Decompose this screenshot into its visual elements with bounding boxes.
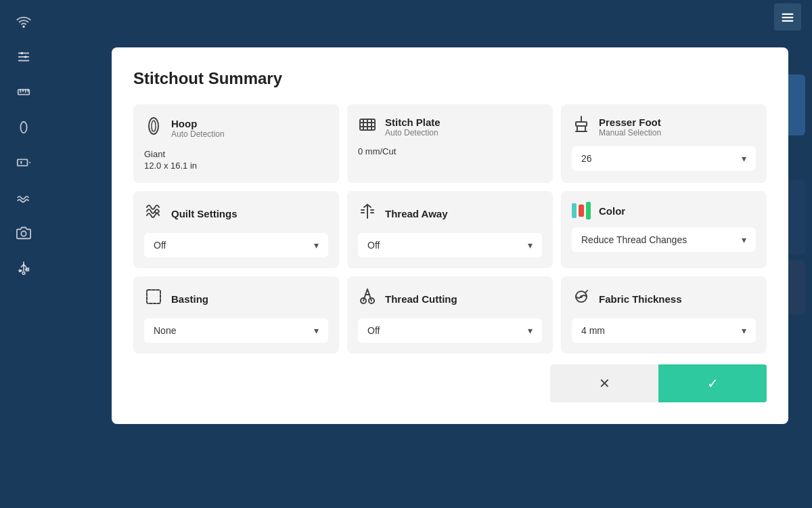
- hoop-title-area: Hoop Auto Detection: [171, 118, 225, 139]
- quilt-settings-title-area: Quilt Settings: [171, 208, 238, 219]
- svg-point-47: [580, 295, 583, 298]
- summary-grid-middle: Quilt Settings Off ▾: [133, 191, 767, 268]
- fabric-thickness-header: Fabric Thickness: [572, 287, 756, 310]
- presser-foot-title: Presser Foot: [599, 117, 661, 128]
- fabric-thickness-card: Fabric Thickness 4 mm ▾: [561, 276, 767, 354]
- fabric-thickness-title: Fabric Thickness: [599, 293, 682, 305]
- quilt-settings-value: Off: [154, 240, 166, 251]
- modal-footer: ✕ ✓: [133, 364, 767, 402]
- thread-cutting-arrow: ▾: [528, 325, 533, 336]
- sidebar-icon-straighten[interactable]: [9, 77, 39, 107]
- basting-header: Basting: [144, 287, 328, 310]
- thread-cutting-icon: [358, 287, 377, 310]
- svg-point-0: [23, 26, 24, 27]
- hamburger-menu[interactable]: [774, 3, 801, 30]
- quilt-settings-dropdown[interactable]: Off ▾: [144, 233, 328, 257]
- basting-title-area: Basting: [171, 293, 208, 305]
- cancel-icon: ✕: [599, 375, 610, 391]
- color-value: Reduce Thread Changes: [581, 234, 687, 245]
- stitch-plate-card: Stitch Plate Auto Detection 0 mm/Cut: [347, 104, 553, 183]
- thread-away-dropdown[interactable]: Off ▾: [358, 233, 542, 257]
- quilt-settings-arrow: ▾: [314, 240, 319, 251]
- modal-overlay: Stitchout Summary: [47, 34, 812, 508]
- basting-card: Basting None ▾: [133, 276, 339, 354]
- quilt-settings-title: Quilt Settings: [171, 208, 238, 219]
- hoop-detail2: 12.0 x 16.1 in: [144, 161, 328, 171]
- thread-away-title-area: Thread Away: [385, 208, 448, 219]
- hoop-icon: [144, 115, 163, 141]
- thread-cutting-title-area: Thread Cutting: [385, 293, 457, 305]
- sidebar-icon-usb[interactable]: [9, 253, 39, 283]
- presser-foot-dropdown[interactable]: 26 ▾: [572, 146, 756, 171]
- hoop-subtitle: Auto Detection: [171, 129, 225, 139]
- color-dropdown[interactable]: Reduce Thread Changes ▾: [572, 228, 756, 252]
- svg-rect-12: [18, 159, 28, 165]
- quilt-settings-card: Quilt Settings Off ▾: [133, 191, 339, 268]
- stitch-plate-icon: [358, 115, 377, 138]
- presser-foot-subtitle: Manual Selection: [599, 128, 661, 137]
- quilt-settings-icon: [144, 202, 163, 225]
- hoop-title: Hoop: [171, 118, 225, 129]
- presser-foot-title-area: Presser Foot Manual Selection: [599, 117, 661, 137]
- fabric-thickness-icon: [572, 287, 591, 310]
- hoop-detail1: Giant: [144, 149, 328, 159]
- fabric-thickness-dropdown[interactable]: 4 mm ▾: [572, 318, 756, 343]
- basting-dropdown[interactable]: None ▾: [144, 318, 328, 343]
- presser-foot-icon: [572, 115, 591, 138]
- svg-point-4: [20, 52, 23, 55]
- confirm-icon: ✓: [707, 375, 719, 391]
- cancel-button[interactable]: ✕: [550, 364, 658, 402]
- sidebar: [0, 0, 47, 508]
- main-area: + Stitchout Summary: [47, 0, 812, 508]
- basting-icon: [144, 287, 163, 310]
- sidebar-icon-waves[interactable]: [9, 183, 39, 213]
- content-background: + Stitchout Summary: [47, 34, 812, 508]
- svg-point-18: [22, 272, 25, 275]
- sidebar-icon-oval[interactable]: [9, 112, 39, 142]
- sidebar-icon-battery[interactable]: [9, 148, 39, 177]
- basting-value: None: [154, 325, 176, 336]
- sidebar-icon-camera[interactable]: [9, 218, 39, 248]
- stitch-plate-header: Stitch Plate Auto Detection: [358, 115, 542, 138]
- stitch-plate-title: Stitch Plate: [385, 117, 441, 128]
- hoop-card-header: Hoop Auto Detection: [144, 115, 328, 141]
- svg-rect-40: [147, 290, 160, 303]
- svg-point-11: [20, 122, 26, 133]
- modal-title: Stitchout Summary: [133, 69, 767, 88]
- thread-away-header: Thread Away: [358, 202, 542, 225]
- basting-arrow: ▾: [314, 325, 319, 336]
- thread-cutting-title: Thread Cutting: [385, 293, 457, 305]
- fabric-thickness-title-area: Fabric Thickness: [599, 293, 682, 305]
- presser-foot-header: Presser Foot Manual Selection: [572, 115, 756, 138]
- thread-cutting-dropdown[interactable]: Off ▾: [358, 318, 542, 343]
- confirm-button[interactable]: ✓: [658, 364, 767, 402]
- thread-cutting-value: Off: [367, 325, 380, 336]
- presser-foot-value: 26: [581, 153, 592, 164]
- stitchout-summary-modal: Stitchout Summary: [112, 47, 788, 424]
- thread-away-icon: [358, 202, 377, 225]
- stitch-plate-value: 0 mm/Cut: [358, 146, 542, 156]
- hoop-card: Hoop Auto Detection Giant 12.0 x 16.1 in: [133, 104, 339, 183]
- color-title-area: Color: [599, 205, 625, 217]
- quilt-settings-header: Quilt Settings: [144, 202, 328, 225]
- svg-point-16: [21, 231, 26, 236]
- presser-foot-arrow: ▾: [742, 153, 746, 164]
- summary-grid-bottom: Basting None ▾: [133, 276, 767, 354]
- color-arrow: ▾: [742, 234, 746, 245]
- top-bar: [47, 0, 812, 34]
- color-header: Color: [572, 202, 756, 219]
- thread-away-value: Off: [367, 240, 380, 251]
- thread-away-card: Thread Away Off ▾: [347, 191, 553, 268]
- stitch-plate-subtitle: Auto Detection: [385, 128, 441, 137]
- sidebar-icon-tune[interactable]: [9, 42, 39, 72]
- sidebar-icon-wifi[interactable]: [9, 7, 39, 37]
- stitch-plate-title-area: Stitch Plate Auto Detection: [385, 117, 441, 137]
- color-card: Color Reduce Thread Changes ▾: [561, 191, 767, 268]
- color-title: Color: [599, 205, 625, 217]
- thread-cutting-header: Thread Cutting: [358, 287, 542, 310]
- thread-away-title: Thread Away: [385, 208, 448, 219]
- color-icon: [572, 202, 591, 219]
- fabric-thickness-value: 4 mm: [581, 325, 605, 336]
- thread-cutting-card: Thread Cutting Off ▾: [347, 276, 553, 354]
- thread-away-arrow: ▾: [528, 240, 533, 251]
